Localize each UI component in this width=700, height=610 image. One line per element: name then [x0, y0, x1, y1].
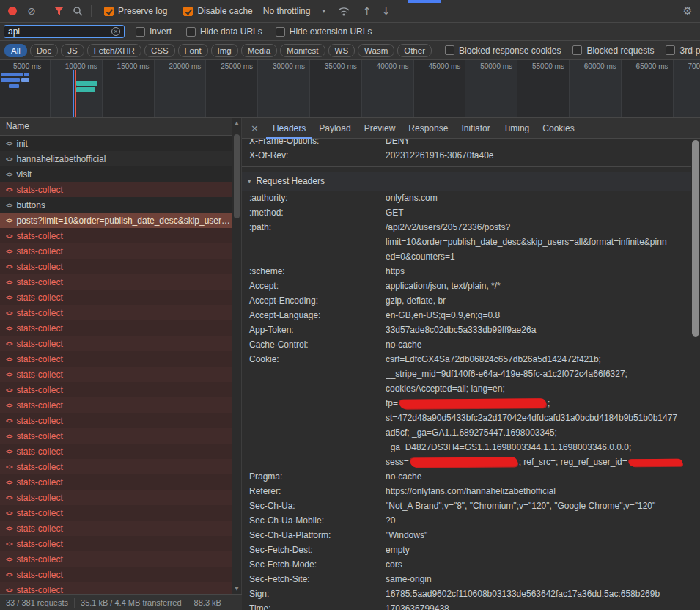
filter-chip-media[interactable]: Media [241, 44, 277, 57]
request-headers-section-header[interactable]: ▾ Request Headers [242, 172, 691, 191]
import-har-button[interactable]: ↑ [358, 2, 377, 20]
tab-response[interactable]: Response [402, 118, 454, 139]
request-row[interactable]: <>stats-collect [0, 444, 233, 459]
filter-toggle-button[interactable] [49, 2, 68, 20]
request-row[interactable]: <>stats-collect [0, 567, 233, 582]
time-label: 70000 ms [688, 62, 700, 70]
request-row[interactable]: <>stats-collect [0, 397, 233, 413]
export-har-button[interactable]: ↓ [377, 2, 396, 20]
scroll-down-icon[interactable]: ▼ [232, 586, 241, 592]
scroll-up-icon[interactable]: ▲ [232, 120, 241, 126]
details-scrollbar[interactable] [691, 139, 700, 610]
tab-payload[interactable]: Payload [312, 118, 357, 139]
tab-preview[interactable]: Preview [358, 118, 402, 139]
disable-cache-label: Disable cache [197, 6, 252, 16]
request-type-icon: <> [6, 248, 12, 255]
preserve-log-checkbox[interactable]: Preserve log [104, 6, 167, 16]
request-name: init [17, 139, 28, 149]
request-row[interactable]: <>stats-collect [0, 428, 233, 444]
request-row[interactable]: <>stats-collect [0, 490, 233, 505]
invert-checkbox[interactable]: Invert [136, 26, 172, 37]
scrollbar-thumb[interactable] [234, 134, 240, 218]
network-overview-timeline[interactable]: 5000 ms10000 ms15000 ms20000 ms25000 ms3… [0, 60, 700, 118]
request-row[interactable]: <>visit [0, 166, 233, 182]
filter-chip-img[interactable]: Img [211, 44, 238, 57]
filter-chip-css[interactable]: CSS [144, 44, 175, 57]
request-row[interactable]: <>stats-collect [0, 521, 233, 536]
request-row[interactable]: <>stats-collect [0, 505, 233, 521]
request-row[interactable]: <>stats-collect [0, 243, 233, 259]
filter-chip-fetch-xhr[interactable]: Fetch/XHR [87, 44, 141, 57]
filter-chip-other[interactable]: Other [397, 44, 432, 57]
header-value-line: 202312261916-30670fa40e [386, 148, 691, 163]
tab-initiator[interactable]: Initiator [454, 118, 496, 139]
record-button[interactable] [3, 2, 22, 20]
request-row[interactable]: <>stats-collect [0, 413, 233, 428]
request-name: stats-collect [17, 431, 63, 441]
requests-scrollbar[interactable]: ▲ ▼ [232, 118, 241, 594]
header-name: Sec-Fetch-Site: [242, 572, 386, 587]
request-row[interactable]: <>stats-collect [0, 351, 233, 367]
settings-button[interactable]: ⚙ [678, 2, 697, 20]
request-row[interactable]: <>stats-collect [0, 305, 233, 320]
request-name: stats-collect [17, 308, 63, 318]
throttling-dropdown[interactable]: No throttling ▾ [263, 6, 325, 16]
name-column-header[interactable]: Name [0, 118, 233, 136]
header-row: Accept-Language:en-GB,en-US;q=0.9,en;q=0… [242, 308, 691, 323]
request-row[interactable]: <>stats-collect [0, 474, 233, 490]
request-row[interactable]: <>stats-collect [0, 228, 233, 243]
tab-cookies[interactable]: Cookies [536, 118, 581, 139]
request-row[interactable]: <>buttons [0, 197, 233, 213]
request-type-icon: <> [6, 171, 12, 178]
blocked-requests-checkbox[interactable]: Blocked requests [572, 45, 654, 56]
tab-timing[interactable]: Timing [497, 118, 537, 139]
filter-chip-ws[interactable]: WS [328, 44, 355, 57]
gear-icon: ⚙ [682, 4, 692, 18]
request-row[interactable]: <>stats-collect [0, 459, 233, 474]
request-row[interactable]: <>hannahelizabethofficial [0, 151, 233, 166]
filter-chip-wasm[interactable]: Wasm [358, 44, 394, 57]
blocked-requests-label: Blocked requests [586, 45, 654, 56]
search-button[interactable] [68, 2, 87, 20]
blocked-response-cookies-checkbox[interactable]: Blocked response cookies [445, 45, 561, 56]
clear-button[interactable]: ⊘ [22, 2, 41, 20]
hide-data-urls-checkbox[interactable]: Hide data URLs [186, 26, 262, 37]
network-conditions-icon [338, 7, 350, 16]
request-row[interactable]: <>stats-collect [0, 551, 233, 567]
request-row[interactable]: <>init [0, 136, 233, 151]
clear-filter-icon[interactable]: × [111, 27, 120, 36]
request-row[interactable]: <>stats-collect [0, 336, 233, 351]
preserve-log-label: Preserve log [118, 6, 167, 16]
third-party-requests-checkbox[interactable]: 3rd-party requests [666, 45, 700, 56]
request-row[interactable]: <>stats-collect [0, 582, 233, 594]
timeline-gridline [673, 60, 674, 117]
value-text: ; ref_src=; reg_ref_user_id= [519, 457, 627, 467]
scrollbar-thumb[interactable] [692, 140, 699, 337]
disable-cache-checkbox[interactable]: Disable cache [183, 6, 252, 16]
waterfall-bar [24, 73, 29, 76]
request-name: hannahelizabethofficial [17, 154, 106, 164]
filter-chip-font[interactable]: Font [178, 44, 208, 57]
request-row[interactable]: <>stats-collect [0, 182, 233, 197]
request-row[interactable]: <>stats-collect [0, 382, 233, 397]
request-row[interactable]: <>posts?limit=10&order=publish_date_desc… [0, 213, 233, 228]
request-row[interactable]: <>stats-collect [0, 536, 233, 551]
request-row[interactable]: <>stats-collect [0, 320, 233, 336]
request-row[interactable]: <>stats-collect [0, 274, 233, 290]
network-main-toolbar: ⊘ Preserve log Disable cache No throttli… [0, 0, 700, 23]
filter-input[interactable]: api × [4, 25, 125, 38]
request-name: stats-collect [17, 400, 63, 411]
tab-headers[interactable]: Headers [266, 118, 312, 139]
close-details-button[interactable]: × [242, 122, 266, 133]
request-row[interactable]: <>stats-collect [0, 259, 233, 274]
header-name: X-Frame-Options: [242, 139, 386, 148]
request-row[interactable]: <>stats-collect [0, 290, 233, 305]
hide-extension-urls-checkbox[interactable]: Hide extension URLs [276, 26, 372, 37]
filter-chip-js[interactable]: JS [61, 44, 84, 57]
filter-chip-manifest[interactable]: Manifest [280, 44, 325, 57]
network-conditions-button[interactable] [334, 2, 353, 20]
request-row[interactable]: <>stats-collect [0, 367, 233, 382]
filter-chip-doc[interactable]: Doc [30, 44, 58, 57]
filter-chip-all[interactable]: All [4, 44, 27, 57]
header-row: Cache-Control:no-cache [242, 337, 691, 352]
